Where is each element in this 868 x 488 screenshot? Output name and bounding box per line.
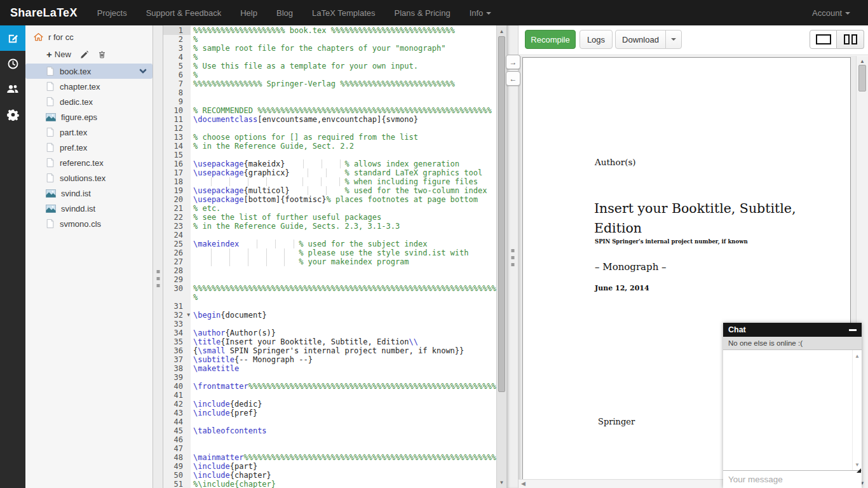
code-text[interactable] <box>191 151 193 159</box>
code-text[interactable] <box>191 302 193 311</box>
pdf-scrollbar-thumb[interactable] <box>858 65 866 92</box>
code-text[interactable]: \include{pref} <box>191 409 257 417</box>
code-text[interactable]: \tableofcontents <box>191 426 267 435</box>
code-text[interactable]: % choose options for [] as required from… <box>191 133 418 142</box>
file-item-figure-eps[interactable]: figure.eps <box>25 109 153 125</box>
nav-item-info[interactable]: Info <box>460 8 501 18</box>
rail-history-icon[interactable] <box>0 51 25 76</box>
split-view-button[interactable] <box>837 30 864 49</box>
full-width-view-button[interactable] <box>810 30 837 49</box>
nav-item-plans-pricing[interactable]: Plans & Pricing <box>385 8 460 18</box>
code-text[interactable]: % please use the style svind.ist with <box>191 248 468 257</box>
sharelatex-logo[interactable]: ShareLaTeX <box>0 6 88 20</box>
code-text[interactable]: \frontmatter%%%%%%%%%%%%%%%%%%%%%%%%%%%%… <box>191 382 496 391</box>
file-item-book-tex[interactable]: book.tex <box>25 64 153 79</box>
code-text[interactable]: % in the Reference Guide, Sects. 2.3, 3.… <box>191 222 400 231</box>
code-text[interactable] <box>191 266 193 275</box>
file-item-pref-tex[interactable]: pref.tex <box>25 140 153 155</box>
trash-icon[interactable] <box>98 50 106 59</box>
file-item-svmono-cls[interactable]: svmono.cls <box>25 216 153 231</box>
code-text[interactable] <box>191 320 193 329</box>
file-item-solutions-tex[interactable]: solutions.tex <box>25 170 153 186</box>
rail-gear-icon[interactable] <box>0 102 25 127</box>
scroll-down-icon[interactable]: ▼ <box>853 460 862 469</box>
code-editor[interactable]: 1%%%%%%%%%%%%%%%%%%%% book.tex %%%%%%%%%… <box>163 25 496 488</box>
scroll-up-icon[interactable]: ▲ <box>497 27 506 36</box>
code-text[interactable]: \documentclass[envcountsame,envcountchap… <box>191 115 418 124</box>
logs-button[interactable]: Logs <box>580 30 613 49</box>
divider-grip[interactable] <box>156 270 159 287</box>
nav-item-latex-templates[interactable]: LaTeX Templates <box>302 8 385 18</box>
code-text[interactable] <box>191 275 193 284</box>
code-text[interactable]: % in the Reference Guide, Sect. 2.2 <box>191 142 354 151</box>
code-text[interactable]: %\include{chapter} <box>191 480 276 488</box>
nav-item-help[interactable]: Help <box>231 8 267 18</box>
rail-users-icon[interactable] <box>0 76 25 102</box>
code-text[interactable]: % RECOMMENDED %%%%%%%%%%%%%%%%%%%%%%%%%%… <box>191 106 492 115</box>
code-text[interactable]: % when including figure files <box>191 177 478 186</box>
code-text[interactable]: {\small SPIN Springer's internal project… <box>191 346 464 355</box>
rail-edit-icon[interactable] <box>0 25 25 51</box>
code-text[interactable]: \usepackage{multicol} % used for the two… <box>191 186 487 195</box>
code-text[interactable]: % etc. <box>191 204 220 213</box>
code-text[interactable]: \makeindex % used for the subject index <box>191 240 427 248</box>
scroll-down-icon[interactable]: ▼ <box>497 478 506 487</box>
scroll-up-icon[interactable]: ▲ <box>853 351 862 360</box>
nav-item-projects[interactable]: Projects <box>88 8 137 18</box>
code-text[interactable] <box>191 124 193 133</box>
editor-scrollbar-thumb[interactable] <box>498 36 505 392</box>
code-text[interactable] <box>191 417 193 426</box>
file-item-svindd-ist[interactable]: svindd.ist <box>25 201 153 216</box>
code-text[interactable] <box>191 444 193 453</box>
code-text[interactable]: \title{Insert your Booktitle, Subtitle, … <box>191 337 418 346</box>
code-text[interactable]: \begin{document} <box>191 311 267 320</box>
code-text[interactable]: % <box>191 71 198 79</box>
code-text[interactable]: \author{Author(s)} <box>191 329 276 337</box>
code-text[interactable]: \usepackage[bottom]{footmisc}% places fo… <box>191 195 478 204</box>
fold-toggle-icon[interactable]: ▼ <box>187 311 190 320</box>
code-text[interactable] <box>191 231 193 240</box>
file-item-dedic-tex[interactable]: dedic.tex <box>25 94 153 109</box>
rename-icon[interactable] <box>80 50 89 59</box>
code-text[interactable]: %%%%%%%%%%%%%%%%%%%%%%%%%%%%%%%%%%%%%%%%… <box>191 284 496 293</box>
code-text[interactable]: % <box>191 293 198 302</box>
divider-grip[interactable] <box>511 249 514 266</box>
code-text[interactable] <box>191 373 193 382</box>
new-file-button[interactable]: + New <box>46 49 71 60</box>
expand-left-arrow-button[interactable]: ← <box>506 71 520 86</box>
code-text[interactable]: % <box>191 53 198 62</box>
code-text[interactable]: %%%%%%%%%%%%%%%%%%%% book.tex %%%%%%%%%%… <box>191 26 455 35</box>
editor-pdf-divider[interactable]: → ← <box>506 25 519 488</box>
code-text[interactable]: \subtitle{-- Monograph --} <box>191 355 313 364</box>
code-text[interactable]: \include{part} <box>191 462 257 471</box>
code-text[interactable]: \include{chapter} <box>191 471 271 480</box>
tree-editor-divider[interactable] <box>153 25 163 488</box>
code-text[interactable]: \maketitle <box>191 364 239 373</box>
chat-message-input[interactable] <box>723 471 862 488</box>
code-text[interactable]: \include{dedic} <box>191 400 262 409</box>
download-dropdown-button[interactable] <box>665 30 682 49</box>
expand-right-arrow-button[interactable]: → <box>506 55 520 69</box>
chevron-down-icon[interactable] <box>139 67 147 76</box>
code-text[interactable]: % Use this file as a template for your o… <box>191 62 418 71</box>
code-text[interactable]: \usepackage{graphicx} % standard LaTeX g… <box>191 168 482 177</box>
editor-scrollbar[interactable]: ▲ ▼ <box>496 25 506 488</box>
recompile-button[interactable]: Recompile <box>525 30 576 49</box>
nav-item-blog[interactable]: Blog <box>267 8 302 18</box>
code-text[interactable] <box>191 97 193 106</box>
code-text[interactable]: % your makeindex program <box>191 257 409 266</box>
code-text[interactable]: \mainmatter%%%%%%%%%%%%%%%%%%%%%%%%%%%%%… <box>191 453 496 462</box>
scroll-up-icon[interactable]: ▲ <box>857 57 868 65</box>
code-text[interactable]: %%%%%%%%%%%%%%% Springer-Verlag %%%%%%%%… <box>191 79 455 88</box>
code-text[interactable]: % see the list of further useful package… <box>191 213 381 222</box>
nav-item-support-feedback[interactable]: Support & Feedback <box>137 8 231 18</box>
file-item-part-tex[interactable]: part.tex <box>25 125 153 140</box>
code-text[interactable]: \usepackage{makeidx} % allows index gene… <box>191 159 459 168</box>
code-text[interactable]: % <box>191 35 198 44</box>
chat-header[interactable]: Chat <box>723 323 862 337</box>
code-text[interactable]: % sample root file for the chapters of y… <box>191 44 445 53</box>
download-button[interactable]: Download <box>615 30 666 49</box>
resize-handle[interactable] <box>857 468 861 473</box>
account-menu[interactable]: Account <box>812 8 868 18</box>
code-text[interactable] <box>191 391 193 400</box>
